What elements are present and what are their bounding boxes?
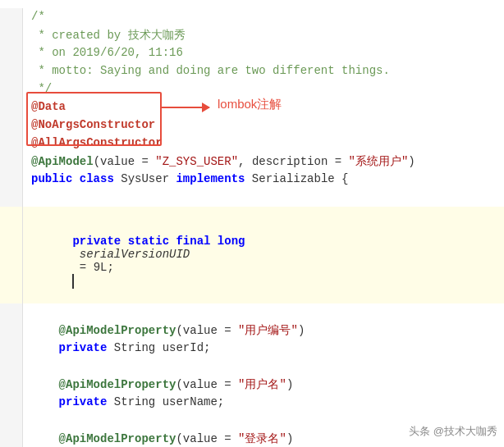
line-16 <box>0 358 504 376</box>
content-17: @ApiModelProperty(value = "用户名") <box>23 376 504 394</box>
gutter-2 <box>0 26 23 44</box>
line-10: public class SysUser implements Serializ… <box>0 171 504 189</box>
annotation-noargs: @NoArgsConstructor <box>31 118 155 131</box>
line-11 <box>0 189 504 207</box>
gutter-1 <box>0 8 23 26</box>
content-1: /* <box>23 8 504 26</box>
line-6: @Data <box>0 98 504 116</box>
gutter-18 <box>0 394 23 412</box>
gutter-13 <box>0 303 23 322</box>
gutter-15 <box>0 340 23 358</box>
content-4: * motto: Saying and doing are two differ… <box>23 62 504 80</box>
line-15: private String userId; <box>0 340 504 358</box>
content-5: */ <box>23 80 504 98</box>
line-9: @ApiModel(value = "Z_SYS_USER", descript… <box>0 153 504 171</box>
gutter-19 <box>0 412 23 430</box>
gutter-10 <box>0 171 23 189</box>
content-16 <box>23 358 504 376</box>
gutter-20 <box>0 430 23 447</box>
content-10: public class SysUser implements Serializ… <box>23 171 504 189</box>
gutter-14 <box>0 322 23 340</box>
gutter-9 <box>0 153 23 171</box>
gutter-5 <box>0 80 23 98</box>
gutter-3 <box>0 44 23 62</box>
gutter-4 <box>0 62 23 80</box>
line-5: */ <box>0 80 504 98</box>
line-4: * motto: Saying and doing are two differ… <box>0 62 504 80</box>
line-14: @ApiModelProperty(value = "用户编号") <box>0 322 504 340</box>
line-12: private static final long serialVersionU… <box>0 207 504 303</box>
content-2: * created by 技术大咖秀 <box>23 26 504 44</box>
line-18: private String userName; <box>0 394 504 412</box>
content-9: @ApiModel(value = "Z_SYS_USER", descript… <box>23 153 504 171</box>
line-13 <box>0 303 504 322</box>
gutter-12 <box>0 207 23 303</box>
content-13 <box>23 303 504 322</box>
gutter-7 <box>0 116 23 135</box>
content-7: @NoArgsConstructor <box>23 116 504 135</box>
content-8: @AllArgsConstructor <box>23 135 504 153</box>
gutter-16 <box>0 358 23 376</box>
line-3: * on 2019/6/20, 11:16 <box>0 44 504 62</box>
content-12: private static final long serialVersionU… <box>23 207 504 303</box>
annotation-apimodel: @ApiModel <box>31 155 94 168</box>
content-15: private String userId; <box>23 340 504 358</box>
content-11 <box>23 189 504 207</box>
line-17: @ApiModelProperty(value = "用户名") <box>0 376 504 394</box>
cursor <box>72 274 74 289</box>
annotation-data: @Data <box>31 100 66 113</box>
content-3: * on 2019/6/20, 11:16 <box>23 44 504 62</box>
line-7: @NoArgsConstructor <box>0 116 504 135</box>
watermark: 头条 @技术大咖秀 <box>409 424 497 439</box>
gutter-8 <box>0 135 23 153</box>
content-18: private String userName; <box>23 394 504 412</box>
line-1: /* <box>0 8 504 26</box>
content-6: @Data <box>23 98 504 116</box>
line-8: @AllArgsConstructor <box>0 135 504 153</box>
line-2: * created by 技术大咖秀 <box>0 26 504 44</box>
code-area: /* * created by 技术大咖秀 * on 2019/6/20, 11… <box>0 0 504 447</box>
annotation-allargs: @AllArgsConstructor <box>31 136 163 149</box>
gutter-6 <box>0 98 23 116</box>
content-14: @ApiModelProperty(value = "用户编号") <box>23 322 504 340</box>
gutter-11 <box>0 189 23 207</box>
gutter-17 <box>0 376 23 394</box>
